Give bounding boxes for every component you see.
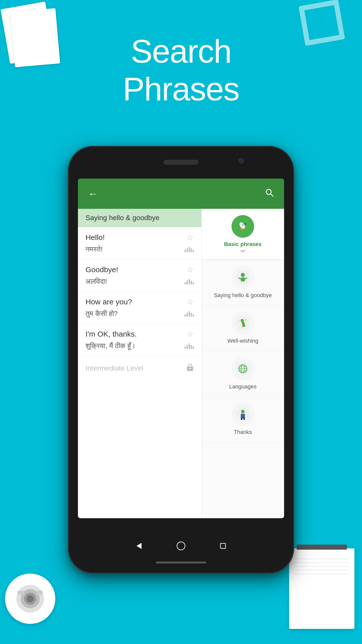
notebook-decoration — [289, 548, 354, 629]
category-icon-thanks — [232, 403, 254, 426]
phrase-en-howareyou: How are you? — [85, 298, 132, 306]
app-body: Saying hello & goodbye Hello! ☆ नमस्ते! — [78, 209, 284, 518]
heading-line2: Phrases — [123, 71, 239, 107]
category-label-thanks: Thanks — [234, 429, 252, 436]
back-button[interactable]: ← — [88, 188, 98, 199]
category-icon-wellwishing — [232, 312, 254, 334]
camera-decoration — [5, 574, 55, 624]
search-button[interactable] — [265, 188, 274, 199]
svg-point-14 — [245, 223, 246, 225]
category-icon-basic — [232, 215, 254, 238]
svg-rect-4 — [18, 591, 24, 595]
svg-rect-36 — [243, 418, 245, 420]
audio-howareyou[interactable] — [185, 311, 194, 317]
app-container: ← Saying hello & goodbye — [78, 179, 284, 518]
svg-line-7 — [271, 194, 273, 196]
phrase-en-hello: Hello! — [85, 233, 105, 242]
nav-recents-button[interactable] — [215, 538, 231, 553]
phone-device: ← Saying hello & goodbye — [68, 146, 294, 574]
phrase-hi-goodbye: अलविदा! — [85, 277, 107, 286]
svg-point-9 — [189, 368, 191, 369]
app-header: ← — [78, 179, 284, 209]
phone-screen: ← Saying hello & goodbye — [78, 179, 284, 518]
audio-goodbye[interactable] — [185, 279, 194, 285]
phone-camera-dot — [238, 158, 244, 164]
category-label-wellwishing: Well-wishing — [227, 337, 258, 345]
phrase-en-imok: I'm OK, thanks. — [85, 330, 137, 338]
phrase-item-im-ok[interactable]: I'm OK, thanks. ☆ शुक्रिया, मैं ठीक हूँ। — [78, 324, 201, 356]
phone-shell: ← Saying hello & goodbye — [68, 146, 294, 574]
locked-label: Intermediate Level — [85, 364, 143, 372]
locked-intermediate: Intermediate Level — [78, 356, 201, 380]
audio-imok[interactable] — [185, 343, 194, 349]
heading-line1: Search — [131, 33, 231, 70]
lock-icon — [186, 363, 194, 373]
category-well-wishing[interactable]: Well-wishing — [202, 305, 284, 351]
svg-point-38 — [177, 542, 185, 550]
star-imok[interactable]: ☆ — [187, 329, 194, 339]
star-goodbye[interactable]: ☆ — [187, 265, 194, 274]
main-heading: Search Phrases — [0, 33, 362, 108]
phrase-section-header: Saying hello & goodbye — [78, 209, 201, 227]
category-label-basic: Basic phrases — [224, 241, 261, 248]
category-label-languages: Languages — [229, 383, 257, 390]
svg-rect-39 — [220, 543, 225, 548]
phrase-hi-imok: शुक्रिया, मैं ठीक हूँ। — [85, 342, 136, 350]
audio-hello[interactable] — [185, 247, 194, 252]
phrase-hi-hello: नमस्ते! — [85, 245, 103, 254]
category-thanks[interactable]: Thanks — [202, 397, 284, 442]
nav-home-button[interactable] — [173, 538, 189, 553]
category-basic-phrases[interactable]: Basic phrases — [202, 209, 284, 260]
phrase-list-panel: Saying hello & goodbye Hello! ☆ नमस्ते! — [78, 209, 202, 518]
phrase-item-hello[interactable]: Hello! ☆ नमस्ते! — [78, 227, 201, 259]
category-list-panel: Basic phrases — [202, 209, 284, 518]
svg-point-12 — [242, 224, 244, 226]
star-hello[interactable]: ☆ — [187, 233, 194, 242]
nav-back-button[interactable] — [131, 538, 147, 553]
svg-point-16 — [241, 273, 245, 277]
svg-rect-35 — [241, 418, 242, 420]
category-languages[interactable]: Languages — [202, 351, 284, 397]
phrase-hi-howareyou: तुम कैसी हो? — [85, 310, 118, 318]
svg-rect-5 — [36, 591, 43, 595]
phrase-item-how-are-you[interactable]: How are you? ☆ तुम कैसी हो? — [78, 292, 201, 324]
phrase-en-goodbye: Goodbye! — [85, 265, 118, 274]
svg-point-3 — [27, 595, 34, 602]
phrase-item-goodbye[interactable]: Goodbye! ☆ अलविदा! — [78, 259, 201, 292]
svg-point-32 — [241, 410, 245, 413]
phone-bottom-bar — [156, 561, 206, 564]
svg-rect-17 — [241, 277, 245, 281]
category-label-hello: Saying hello & goodbye — [214, 292, 272, 299]
phone-speaker — [163, 160, 199, 165]
phone-nav-bar — [118, 538, 244, 553]
star-howareyou[interactable]: ☆ — [187, 297, 194, 307]
svg-point-23 — [245, 319, 246, 321]
category-icon-hello — [232, 266, 254, 289]
svg-point-24 — [239, 320, 240, 321]
svg-marker-37 — [137, 543, 142, 549]
category-saying-hello[interactable]: Saying hello & goodbye — [202, 260, 284, 306]
category-icon-languages — [232, 357, 254, 380]
